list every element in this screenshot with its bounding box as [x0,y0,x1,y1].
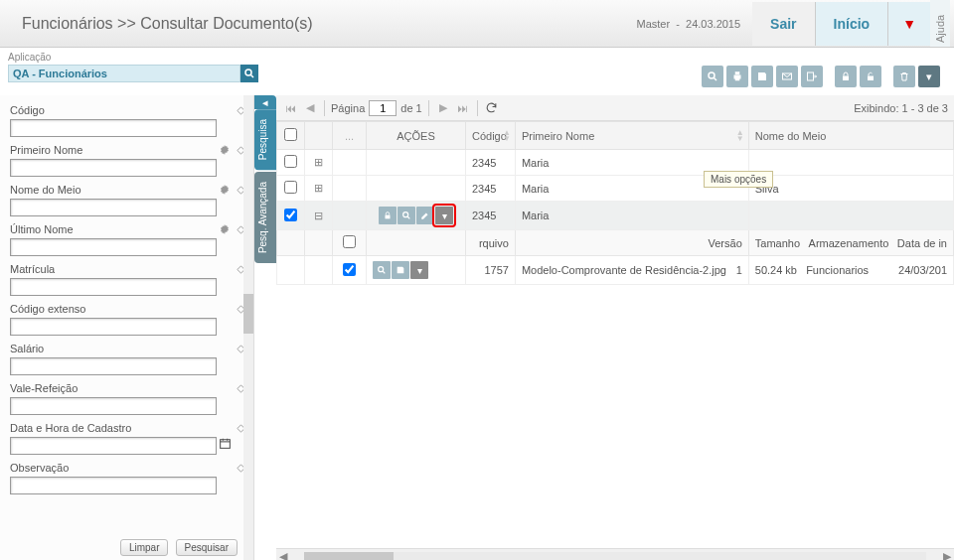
select-all-checkbox[interactable] [284,128,297,141]
hscroll-left-icon[interactable]: ◀ [276,550,290,560]
clear-button[interactable]: Limpar [120,539,169,556]
tab-pesquisa-avancada[interactable]: Pesq. Avançada [254,172,276,263]
row-lock-icon[interactable] [379,207,397,224]
sub-more-dropdown[interactable]: ▾ [410,261,428,279]
row-view-icon[interactable] [398,207,415,224]
col-armazenamento[interactable]: Armazenamento [809,237,889,249]
row-expand-icon[interactable]: ⊞ [305,150,333,176]
svg-rect-15 [221,440,231,449]
toolbar-print-icon[interactable] [726,66,748,87]
svg-line-21 [407,216,409,218]
cell-sub-rest: 50.24 kb Funcionarios24/03/201 [748,256,953,285]
header-menu-button[interactable]: ▼ [888,2,930,46]
pager-page-input[interactable] [369,100,397,116]
tab-pesquisa[interactable]: Pesquisa [254,109,276,170]
pager-refresh-icon[interactable] [484,100,500,116]
cell-codigo: 2345 [466,202,516,230]
search-input-5[interactable] [10,318,217,336]
gear-icon[interactable] [218,222,232,236]
col-dots[interactable]: ... [333,122,367,150]
search-input-0[interactable] [10,119,217,137]
search-input-2[interactable] [10,199,217,216]
table-row[interactable]: ⊞2345MariaSilva [277,176,954,202]
left-scrollbar[interactable] [243,95,253,560]
row-expand-icon[interactable]: ⊞ [305,176,333,202]
col-primeiro-nome[interactable]: Primeiro Nome▲▼ [515,122,748,150]
sub-download-icon[interactable] [392,261,409,279]
cell-sub-arquivo: Modelo-Comprovante de Residência-2.jpg1 [515,256,748,285]
pager-bar: ⏮ ◀ Página de 1 ▶ ⏭ Exibindo: 1 - 3 de 3 [276,95,954,121]
col-nome-meio[interactable]: Nome do Meio [748,122,953,150]
col-acoes[interactable]: AÇÕES [367,122,466,150]
search-field: Salário [10,342,247,375]
search-button[interactable]: Pesquisar [176,539,238,556]
sub-view-icon[interactable] [373,261,391,279]
search-input-8[interactable] [10,437,217,455]
cell-sub-id: 1757 [466,256,516,285]
row-edit-icon[interactable] [416,207,434,224]
pager-first-icon[interactable]: ⏮ [282,100,298,116]
pager-next-icon[interactable]: ▶ [435,100,451,116]
search-field: Código [10,103,247,137]
col-data-in[interactable]: Data de in [897,237,947,249]
hscroll-right-icon[interactable]: ▶ [940,550,954,560]
col-versao[interactable]: Versão [709,237,742,249]
pager-last-icon[interactable]: ⏭ [455,100,471,116]
svg-line-23 [383,271,385,273]
search-input-1[interactable] [10,159,217,177]
svg-rect-10 [843,76,849,81]
subgrid-row[interactable]: ▾1757Modelo-Comprovante de Residência-2.… [277,256,954,285]
toolbar-delete-icon[interactable] [893,66,915,87]
search-input-9[interactable] [10,477,217,494]
toolbar-lock-icon[interactable] [835,66,857,87]
application-search-button[interactable] [240,65,258,82]
search-input-6[interactable] [10,357,217,375]
gear-icon[interactable] [218,183,232,197]
svg-line-1 [250,74,253,77]
toolbar-export-icon[interactable] [801,66,823,87]
row-checkbox[interactable] [284,209,297,221]
toolbar-mail-icon[interactable] [776,66,798,87]
user-name: Master [637,18,671,30]
table-row[interactable]: ⊞2345Maria [277,150,954,176]
row-expand-icon[interactable]: ⊟ [305,202,333,230]
svg-point-20 [403,212,408,217]
breadcrumb-root[interactable]: Funcionários [22,15,113,32]
search-panel: CódigoPrimeiro NomeNome do MeioÚltimo No… [0,95,254,560]
expand-all-header [305,122,333,150]
toolbar-search-icon[interactable] [702,66,723,87]
calendar-icon[interactable] [219,437,232,450]
pager-prev-icon[interactable]: ◀ [302,100,318,116]
col-tamanho[interactable]: Tamanho [755,237,800,249]
row-more-dropdown[interactable]: ▾ [435,207,453,224]
home-button[interactable]: Início [815,2,889,46]
search-input-3[interactable] [10,238,217,256]
row-checkbox[interactable] [284,155,297,168]
svg-point-0 [245,70,251,75]
sub-select-all[interactable] [343,235,356,248]
table-row[interactable]: ⊟▾2345Maria [277,202,954,230]
cell-meio [748,150,953,176]
user-info: Master - 24.03.2015 [637,18,741,30]
col-codigo[interactable]: Código▲▼ [466,122,516,150]
col-arquivo[interactable]: rquivo [466,230,516,256]
toolbar-unlock-icon[interactable] [860,66,881,87]
search-field: Data e Hora de Cadastro [10,421,247,455]
gear-icon[interactable] [218,143,232,157]
row-checkbox[interactable] [284,181,297,194]
field-label: Último Nome [10,223,216,235]
search-input-7[interactable] [10,397,217,415]
search-field: Último Nome [10,222,247,256]
sub-row-checkbox[interactable] [343,263,356,276]
subgrid-header: rquivoVersãoTamanho ArmazenamentoData de… [277,230,954,256]
more-options-tooltip: Mais opções [704,171,773,188]
search-panel-footer: Limpar Pesquisar [10,533,247,560]
toolbar-more-dropdown[interactable]: ▾ [918,66,940,87]
help-tab[interactable]: Ajuda [930,0,950,47]
toolbar-save-icon[interactable] [751,66,773,87]
collapse-panel-button[interactable]: ◂ [254,95,276,109]
horizontal-scrollbar[interactable]: ◀ ▶ [276,548,954,560]
logout-button[interactable]: Sair [752,2,814,46]
search-input-4[interactable] [10,278,217,296]
application-input[interactable] [8,65,240,82]
